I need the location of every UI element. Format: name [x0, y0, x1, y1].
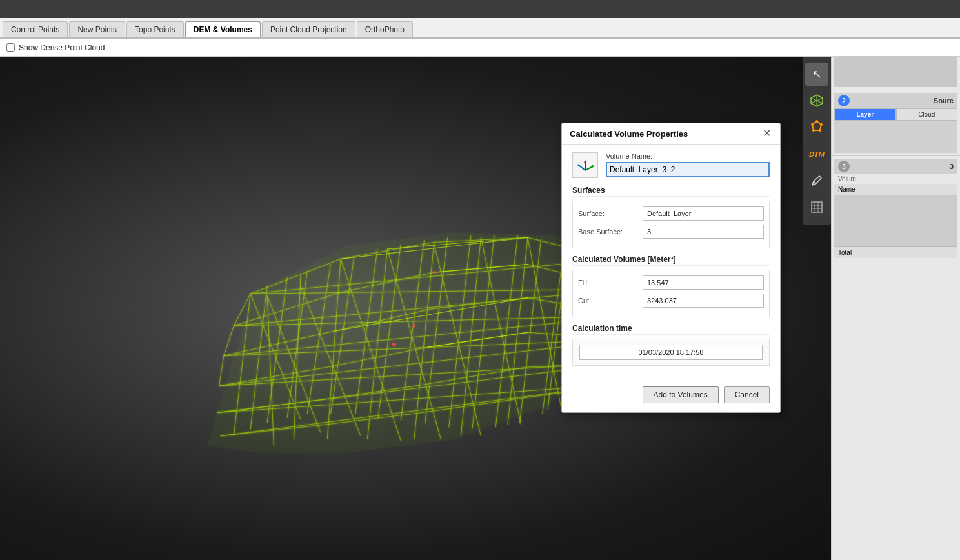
svg-marker-106	[584, 160, 586, 163]
svg-point-87	[433, 271, 435, 274]
volume-name-label: Volume Name:	[606, 152, 770, 160]
cursor-tool-button[interactable]: ↖	[805, 63, 828, 86]
surfaces-box: Surface: Default_Layer Base Surface: 3	[572, 201, 770, 248]
right-panel: 1 Cluste A 2 Sourc Layer Cloud 3 3 Volum…	[831, 18, 960, 560]
svg-rect-98	[812, 202, 822, 212]
polygon-tool-button[interactable]	[805, 115, 828, 139]
tab-control-points[interactable]: Control Points	[3, 21, 68, 37]
texture-icon	[810, 201, 823, 214]
surfaces-section: Surfaces Surface: Default_Layer Base Sur…	[572, 186, 770, 248]
calc-time-label: Calculation time	[572, 324, 770, 335]
volumes-label: Volum	[834, 174, 957, 184]
panel-tab-cloud[interactable]: Cloud	[896, 108, 958, 121]
tab-row: Control Points New Points Topo Points DE…	[0, 18, 960, 39]
modal-body: Volume Name: Surfaces Surface: Default_L…	[562, 145, 780, 380]
modal-footer: Add to Volumes Cancel	[562, 380, 780, 412]
surface-value: Default_Layer	[643, 206, 764, 221]
texture-tool-button[interactable]	[805, 195, 828, 219]
tab-orthophoto[interactable]: OrthoPhoto	[357, 21, 413, 37]
fill-label: Fill:	[578, 279, 643, 286]
surfaces-label: Surfaces	[572, 186, 770, 197]
pencil-icon	[810, 174, 823, 187]
base-surface-row: Base Surface: 3	[578, 225, 764, 239]
section-2-tabs: Layer Cloud	[834, 108, 957, 121]
top-bar: Enterprise	[0, 0, 960, 18]
dense-cloud-checkbox[interactable]	[6, 43, 15, 52]
volume-name-group: Volume Name:	[606, 152, 770, 177]
svg-point-93	[815, 120, 818, 123]
add-to-volumes-button[interactable]: Add to Volumes	[643, 386, 719, 403]
cut-value: 3243.037	[643, 294, 764, 308]
modal-title: Calculated Volume Properties	[570, 129, 688, 139]
total-label: Total	[834, 246, 957, 258]
volumes-label: Calculated Volumes [Meter³]	[572, 255, 770, 266]
svg-line-105	[585, 166, 593, 170]
mesh-tool-button[interactable]	[805, 89, 828, 112]
tab-dem-volumes[interactable]: DEM & Volumes	[185, 21, 261, 37]
svg-point-97	[811, 123, 814, 126]
volumes-box: Fill: 13.547 Cut: 3243.037	[572, 270, 770, 317]
dtm-label: DTM	[809, 150, 825, 158]
volumes-section: Calculated Volumes [Meter³] Fill: 13.547…	[572, 255, 770, 317]
polygon-icon	[810, 120, 824, 134]
surface-row: Surface: Default_Layer	[578, 206, 764, 221]
tab-new-points[interactable]: New Points	[69, 21, 125, 37]
name-label: Name	[834, 184, 957, 195]
svg-marker-108	[592, 165, 594, 168]
panel-section-2: 2 Sourc Layer Cloud	[832, 90, 960, 156]
svg-line-11	[219, 356, 224, 386]
cut-row: Cut: 3243.037	[578, 294, 764, 308]
svg-point-95	[819, 129, 821, 132]
calc-time-section: Calculation time 01/03/2020 18:17:58	[572, 324, 770, 366]
svg-point-96	[812, 129, 815, 132]
panel-section-2-header: 2 Sourc	[834, 93, 957, 108]
section-3-content	[834, 195, 957, 246]
dtm-tool-button[interactable]: DTM	[805, 143, 828, 166]
volume-name-row: Volume Name:	[572, 152, 770, 178]
tab-topo-points[interactable]: Topo Points	[126, 21, 184, 37]
calc-time-box: 01/03/2020 18:17:58	[572, 339, 770, 366]
panel-tab-layer[interactable]: Layer	[834, 108, 896, 121]
modal-close-button[interactable]: ✕	[761, 128, 772, 139]
svg-line-9	[224, 326, 234, 356]
base-surface-label: Base Surface:	[578, 228, 643, 235]
svg-marker-92	[812, 121, 821, 130]
modal-titlebar: Calculated Volume Properties ✕	[562, 123, 780, 145]
cut-label: Cut:	[578, 297, 643, 305]
section-2-badge: 2	[838, 95, 850, 106]
cursor-icon: ↖	[812, 67, 822, 81]
section-3-value: 3	[950, 163, 954, 170]
pencil-tool-button[interactable]	[805, 169, 828, 192]
svg-point-86	[412, 324, 415, 327]
volume-name-input[interactable]	[606, 162, 770, 177]
toolbar: ↖ DTM	[803, 57, 831, 225]
section-3-badge: 3	[838, 161, 850, 172]
section-2-label: Sourc	[934, 97, 954, 105]
panel-section-3-header: 3 3	[834, 159, 957, 174]
fill-row: Fill: 13.547	[578, 275, 764, 290]
checkbox-row: Show Dense Point Cloud	[0, 39, 960, 57]
svg-marker-107	[577, 163, 579, 167]
fill-value: 13.547	[643, 275, 764, 290]
mesh-icon	[810, 94, 824, 108]
tab-point-cloud[interactable]: Point Cloud Projection	[262, 21, 355, 37]
svg-point-94	[820, 123, 823, 126]
cancel-button[interactable]: Cancel	[724, 386, 770, 403]
volume-icon	[572, 152, 598, 178]
calc-time-value: 01/03/2020 18:17:58	[579, 345, 763, 360]
dense-cloud-label[interactable]: Show Dense Point Cloud	[19, 43, 105, 52]
panel-section-3: 3 3 Volum Name Total	[832, 156, 960, 261]
base-surface-value: 3	[643, 225, 764, 239]
surface-label: Surface:	[578, 210, 643, 217]
modal-dialog: Calculated Volume Properties ✕	[561, 123, 781, 413]
svg-point-85	[392, 343, 396, 346]
section-2-content	[834, 121, 957, 153]
